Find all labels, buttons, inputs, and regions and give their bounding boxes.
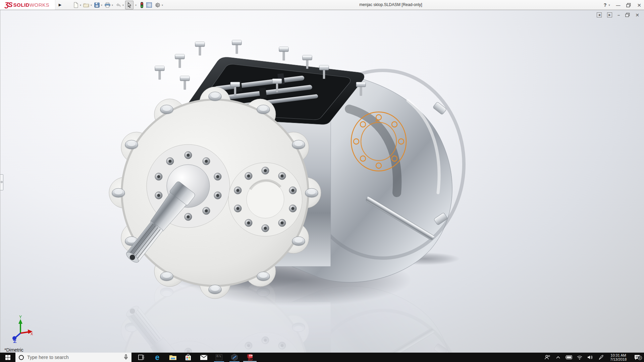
mail-icon xyxy=(200,355,208,360)
action-center-button[interactable]: 2 xyxy=(631,355,643,360)
graphics-viewport[interactable]: ◀ ▶ – ✕ Y X *Dimetric xyxy=(0,10,644,353)
search-placeholder: Type here to search xyxy=(27,355,120,360)
taskbar-app-file-explorer[interactable] xyxy=(165,353,180,362)
select-tool-button[interactable] xyxy=(125,1,133,9)
dropdown-caret-icon[interactable]: ▾ xyxy=(135,4,137,7)
cortana-icon xyxy=(19,355,24,360)
battery-icon xyxy=(565,355,573,359)
print-icon xyxy=(104,2,111,8)
solidworks-logo: ƷS SOLIDWORKS xyxy=(0,0,55,10)
3d-model-canvas[interactable] xyxy=(0,10,644,353)
tray-expand-button[interactable] xyxy=(554,356,562,359)
print-button[interactable]: ▾ xyxy=(104,1,114,9)
svg-text:2017: 2017 xyxy=(248,359,253,361)
taskbar-app-task-view[interactable] xyxy=(134,353,150,362)
command-prompt-icon: C:\ xyxy=(216,354,222,360)
taskbar-app-solidworks[interactable]: SW 2017 xyxy=(242,353,258,362)
dropdown-caret-icon[interactable]: ▾ xyxy=(91,4,92,7)
new-document-button[interactable]: ▾ xyxy=(72,1,82,9)
properties-list-icon xyxy=(146,2,152,8)
taskbar-search[interactable]: Type here to search xyxy=(15,353,131,362)
close-button[interactable]: ✕ xyxy=(637,3,641,8)
traffic-light-button[interactable] xyxy=(139,1,145,9)
microphone-icon[interactable] xyxy=(124,354,128,360)
feature-panel-collapsed-tab[interactable] xyxy=(0,174,3,190)
microsoft-store-icon xyxy=(185,354,192,361)
orientation-triad: Y X xyxy=(7,314,34,343)
new-document-icon xyxy=(73,2,79,8)
dropdown-caret-icon[interactable]: ▾ xyxy=(101,4,102,7)
volume-button[interactable] xyxy=(586,355,595,360)
view-orientation-label: *Dimetric xyxy=(4,347,23,353)
wifi-icon xyxy=(577,355,583,360)
taskbar-clock[interactable]: 10:31 AM 7/13/2018 xyxy=(607,353,629,361)
undo-icon xyxy=(115,2,121,8)
gearbox-model[interactable] xyxy=(109,40,464,299)
battery-button[interactable] xyxy=(565,355,573,359)
doc-minimize-button[interactable]: – xyxy=(618,13,620,17)
window-title: menjac sklop.SLDASM [Read-only] xyxy=(359,2,422,7)
document-window-controls: ◀ ▶ – ✕ xyxy=(597,12,639,17)
save-button[interactable]: ▾ xyxy=(93,1,103,9)
brand-mark: ƷS xyxy=(5,1,12,9)
titlebar: ƷS SOLIDWORKS ▶ ▾ ▾ ▾ xyxy=(0,0,644,10)
y-axis-label: Y xyxy=(19,315,22,319)
file-explorer-icon xyxy=(169,354,177,361)
doc-close-button[interactable]: ✕ xyxy=(635,13,639,17)
dropdown-caret-icon[interactable]: ▾ xyxy=(608,4,610,7)
people-icon xyxy=(544,355,550,360)
task-view-icon xyxy=(138,354,146,361)
pane-right-button[interactable]: ▶ xyxy=(607,12,612,17)
volume-icon xyxy=(587,355,593,360)
x-axis-label: X xyxy=(31,332,33,336)
brand-works: WORKS xyxy=(30,2,49,8)
taskbar-app-store[interactable] xyxy=(180,353,196,362)
dropdown-caret-icon[interactable]: ▾ xyxy=(112,4,113,7)
edge-icon: e xyxy=(155,354,160,361)
chevron-up-icon xyxy=(556,356,560,359)
toolbar-flyout-arrow-icon[interactable]: ▶ xyxy=(58,1,62,8)
dropdown-caret-icon[interactable]: ▾ xyxy=(80,4,81,7)
solidworks-2017-icon: SW 2017 xyxy=(246,353,254,361)
taskbar-app-hexagon[interactable] xyxy=(227,353,242,362)
taskbar-app-edge[interactable]: e xyxy=(150,353,165,362)
clock-time: 10:31 AM xyxy=(610,353,627,357)
select-cursor-icon xyxy=(126,2,132,8)
save-floppy-icon xyxy=(94,2,100,8)
windows-ink-button[interactable] xyxy=(597,355,605,360)
undo-button[interactable]: ▾ xyxy=(114,1,124,9)
taskbar-app-mail[interactable] xyxy=(196,353,211,362)
minimize-button[interactable]: — xyxy=(616,3,620,7)
taskbar-app-command-prompt[interactable]: C:\ xyxy=(211,353,227,362)
people-button[interactable] xyxy=(543,355,552,360)
dropdown-caret-icon[interactable]: ▾ xyxy=(162,4,163,7)
properties-button[interactable] xyxy=(145,1,153,9)
brand-solid: SOLID xyxy=(13,2,30,8)
traffic-light-icon xyxy=(140,2,144,8)
restore-button[interactable] xyxy=(626,3,631,7)
doc-restore-button[interactable] xyxy=(625,13,630,17)
open-folder-icon xyxy=(83,2,90,8)
svg-text:SW: SW xyxy=(249,354,253,357)
notification-badge: 2 xyxy=(638,356,642,360)
pane-left-button[interactable]: ◀ xyxy=(597,12,602,17)
panel-tab-dot-icon xyxy=(1,181,3,183)
network-button[interactable] xyxy=(575,355,584,360)
options-button[interactable]: ▾ xyxy=(154,1,164,9)
open-button[interactable]: ▾ xyxy=(83,1,93,9)
clock-date: 7/13/2018 xyxy=(610,357,627,361)
pen-icon xyxy=(598,355,604,360)
windows-taskbar: Type here to search e xyxy=(0,353,644,362)
windows-logo-icon xyxy=(5,355,10,360)
start-button[interactable] xyxy=(0,353,15,362)
help-button[interactable]: ?▾ xyxy=(604,2,610,8)
gear-icon xyxy=(154,2,161,8)
dropdown-caret-icon[interactable]: ▾ xyxy=(122,4,124,7)
hexagon-app-icon xyxy=(231,354,238,361)
